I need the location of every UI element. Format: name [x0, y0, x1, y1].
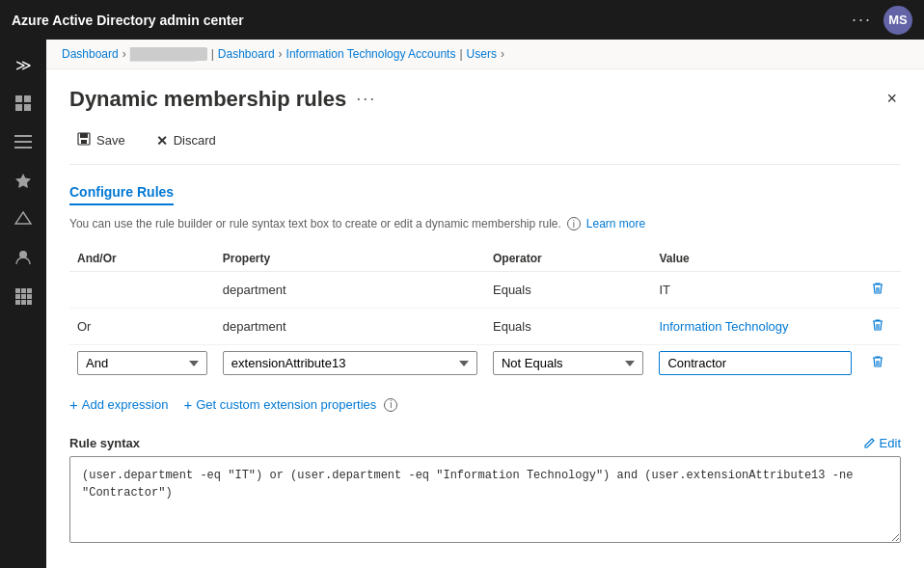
breadcrumb-sep1: ›	[122, 47, 126, 61]
sidebar-azure-icon[interactable]	[6, 202, 41, 236]
page-title: Dynamic membership rules	[69, 87, 346, 112]
svg-marker-7	[15, 212, 31, 224]
info-text-content: You can use the rule builder or rule syn…	[69, 217, 561, 230]
section-title: Configure Rules	[69, 184, 174, 205]
row2-operator: Equals	[485, 309, 651, 345]
rule-syntax-header: Rule syntax Edit	[69, 436, 901, 450]
header-property: Property	[215, 246, 485, 272]
add-expression-row: + Add expression + Get custom extension …	[69, 392, 901, 417]
breadcrumb-dashboard[interactable]: Dashboard	[62, 47, 119, 61]
svg-rect-13	[21, 294, 26, 299]
custom-info-icon: i	[384, 398, 397, 412]
breadcrumb-sep2: ›	[279, 47, 283, 61]
operator-select[interactable]: Equals Not Equals Contains Not Contains	[493, 351, 643, 375]
info-icon: i	[567, 217, 581, 230]
breadcrumb-admin-units[interactable]: Dashboard	[218, 47, 275, 61]
save-label: Save	[96, 133, 125, 148]
row2-andor: Or	[69, 309, 215, 345]
page-content: Dynamic membership rules ··· × Save ✕ Di…	[46, 69, 924, 568]
row2-value: Information Technology	[651, 309, 859, 345]
page-close-button[interactable]: ×	[883, 85, 901, 113]
rule-syntax-title: Rule syntax	[69, 436, 140, 450]
row2-delete-button[interactable]	[867, 314, 888, 338]
property-select[interactable]: extensionAttribute13 department displayN…	[223, 351, 477, 375]
svg-rect-19	[80, 133, 88, 138]
page-dots-button[interactable]: ···	[356, 89, 376, 109]
breadcrumb-sep3: ›	[501, 47, 504, 61]
svg-rect-15	[15, 300, 20, 305]
svg-rect-16	[21, 300, 26, 305]
get-custom-extension-button[interactable]: + Get custom extension properties i	[183, 396, 397, 413]
sidebar: ≫	[0, 40, 46, 568]
discard-label: Discard	[174, 133, 216, 148]
svg-rect-5	[14, 141, 32, 143]
content-area: Dashboard › ████████ | Dashboard › Infor…	[46, 40, 924, 568]
svg-rect-20	[81, 140, 87, 144]
discard-icon: ✕	[156, 133, 168, 149]
main-layout: ≫ Dashboard ›	[0, 40, 924, 568]
row1-property: department	[215, 272, 485, 309]
sidebar-grid-icon[interactable]	[6, 279, 41, 313]
header-andor: And/Or	[69, 246, 215, 272]
table-row: Or department Equals Information Technol…	[69, 309, 901, 345]
row1-andor	[69, 272, 215, 309]
svg-rect-14	[27, 294, 32, 299]
rule-syntax-section: Rule syntax Edit	[69, 436, 901, 546]
app-container: Azure Active Directory admin center ··· …	[0, 0, 924, 568]
breadcrumb-it-accounts[interactable]: Information Technology Accounts	[286, 47, 456, 61]
header-value: Value	[651, 246, 859, 272]
row1-delete-button[interactable]	[867, 278, 888, 302]
avatar[interactable]: MS	[883, 6, 912, 35]
svg-rect-12	[15, 294, 20, 299]
sidebar-users-icon[interactable]	[6, 240, 41, 275]
rule-syntax-textarea[interactable]	[69, 456, 901, 543]
toolbar: Save ✕ Discard	[69, 128, 901, 165]
value-input[interactable]	[659, 351, 852, 375]
sidebar-favorites-icon[interactable]	[6, 163, 41, 198]
get-custom-icon: +	[183, 396, 192, 413]
row1-operator: Equals	[485, 272, 651, 309]
save-icon	[77, 132, 91, 149]
svg-rect-4	[14, 135, 32, 137]
add-expression-icon: +	[69, 396, 78, 413]
svg-rect-3	[24, 104, 31, 111]
table-row: department Equals IT	[69, 272, 901, 309]
svg-rect-17	[27, 300, 32, 305]
topbar-dots-button[interactable]: ···	[852, 10, 872, 30]
row2-property: department	[215, 309, 485, 345]
sidebar-dashboard-icon[interactable]	[6, 86, 41, 121]
svg-rect-2	[15, 104, 22, 111]
rule-syntax-edit-button[interactable]: Edit	[863, 436, 901, 450]
breadcrumb-pipe2: |	[459, 47, 462, 61]
breadcrumb-pipe1: |	[211, 47, 214, 61]
breadcrumb: Dashboard › ████████ | Dashboard › Infor…	[46, 40, 924, 69]
configure-rules-section: Configure Rules You can use the rule bui…	[69, 184, 901, 546]
info-text: You can use the rule builder or rule syn…	[69, 217, 901, 230]
top-bar: Azure Active Directory admin center ··· …	[0, 0, 924, 40]
svg-rect-1	[24, 95, 31, 102]
breadcrumb-redacted: ████████	[130, 47, 207, 61]
discard-button[interactable]: ✕ Discard	[149, 128, 224, 152]
app-title: Azure Active Directory admin center	[12, 13, 852, 28]
svg-rect-11	[27, 288, 32, 293]
page-header: Dynamic membership rules ··· ×	[69, 85, 901, 113]
get-custom-label: Get custom extension properties	[196, 397, 376, 412]
learn-more-link[interactable]: Learn more	[586, 217, 645, 230]
row1-value: IT	[651, 272, 859, 309]
edit-rule-row: And Or extensionAttribute13 department d…	[69, 345, 901, 382]
breadcrumb-users[interactable]: Users	[467, 47, 497, 61]
sidebar-expand-icon[interactable]: ≫	[6, 47, 41, 82]
andor-select[interactable]: And Or	[77, 351, 207, 375]
header-delete	[859, 246, 901, 272]
sidebar-list-icon[interactable]	[6, 124, 41, 159]
rules-table: And/Or Property Operator Value	[69, 246, 901, 381]
svg-rect-9	[15, 288, 20, 293]
svg-rect-6	[14, 147, 32, 149]
header-operator: Operator	[485, 246, 651, 272]
add-expression-label: Add expression	[82, 397, 169, 412]
save-button[interactable]: Save	[69, 128, 133, 152]
add-expression-button[interactable]: + Add expression	[69, 396, 168, 413]
svg-rect-10	[21, 288, 26, 293]
edit-row-delete-button[interactable]	[867, 351, 888, 375]
svg-rect-0	[15, 95, 22, 102]
